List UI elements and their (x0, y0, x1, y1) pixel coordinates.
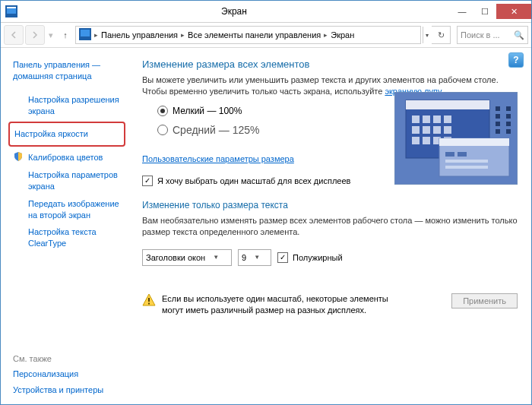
svg-rect-20 (496, 106, 500, 111)
sidebar-item-label: Передать изображение на второй экран (28, 196, 121, 223)
svg-rect-24 (506, 106, 511, 111)
forward-button[interactable] (25, 25, 45, 45)
search-input[interactable]: Поиск в ... 🔍 (457, 26, 528, 44)
svg-rect-17 (423, 137, 430, 144)
checkbox-icon (142, 176, 153, 186)
svg-rect-30 (445, 152, 454, 157)
description-2: Вам необязательно изменять размер всех э… (142, 215, 518, 239)
sidebar-item-resolution[interactable]: Настройка разрешения экрана (13, 92, 121, 119)
title-bar: Экран — ☐ ✕ (1, 1, 531, 23)
see-also-header: См. также (13, 354, 121, 363)
svg-rect-32 (445, 160, 488, 163)
radio-icon (157, 125, 168, 135)
main-content: ? Изменение размера всех элементов Вы мо… (128, 48, 531, 404)
svg-rect-35 (148, 302, 150, 304)
svg-rect-16 (412, 137, 420, 144)
shield-icon (13, 151, 24, 163)
select-size-value: 9 (242, 253, 246, 262)
body: Панель управления — домашняя страница На… (1, 48, 531, 404)
refresh-button[interactable]: ↻ (432, 26, 451, 44)
search-icon: 🔍 (514, 30, 524, 40)
radio-icon (157, 106, 168, 116)
app-icon (5, 5, 17, 17)
up-button[interactable]: ↑ (59, 30, 72, 40)
svg-rect-34 (148, 298, 150, 302)
sidebar-item-label: Калибровка цветов (28, 150, 103, 166)
control-panel-icon (79, 28, 91, 42)
chevron-down-icon: ▼ (254, 254, 260, 261)
checkbox-bold[interactable]: Полужирный (277, 252, 343, 263)
svg-rect-21 (496, 114, 500, 119)
radio-medium-label: Средний — 125% (173, 124, 260, 136)
search-placeholder: Поиск в ... (461, 30, 500, 40)
minimize-button[interactable]: — (451, 4, 473, 19)
sidebar-home-link[interactable]: Панель управления — домашняя страница (13, 57, 121, 84)
sidebar: Панель управления — домашняя страница На… (1, 48, 128, 404)
see-also: См. также Персонализация Устройства и пр… (13, 345, 121, 398)
sidebar-item-brightness-highlight: Настройка яркости (8, 122, 125, 147)
svg-rect-31 (458, 152, 467, 157)
sidebar-item-project[interactable]: Передать изображение на второй экран (13, 196, 121, 223)
svg-rect-8 (412, 115, 420, 123)
svg-rect-22 (496, 122, 500, 126)
svg-rect-33 (445, 166, 488, 169)
select-element-value: Заголовки окон (146, 253, 205, 262)
sidebar-item-cleartype[interactable]: Настройка текста ClearType (13, 224, 121, 252)
custom-size-link[interactable]: Пользовательские параметры размера (142, 154, 294, 163)
display-illustration (394, 92, 518, 185)
breadcrumb-2[interactable]: Все элементы панели управления (188, 30, 321, 40)
sidebar-item-label: Настройка разрешения экрана (28, 92, 121, 119)
checkbox-bold-label: Полужирный (293, 253, 343, 262)
svg-rect-4 (81, 30, 90, 36)
apply-button[interactable]: Применить (451, 293, 518, 308)
see-also-devices[interactable]: Устройства и принтеры (13, 382, 121, 398)
help-button[interactable]: ? (508, 52, 524, 68)
text-size-controls: Заголовки окон ▼ 9 ▼ Полужирный (142, 249, 518, 266)
svg-rect-10 (433, 115, 441, 123)
checkbox-same-scale-label: Я хочу выбрать один масштаб для всех дис… (157, 176, 350, 185)
nav-bar: ▾ ↑ ▸ Панель управления ▸ Все элементы п… (1, 23, 531, 48)
select-element[interactable]: Заголовки окон ▼ (142, 249, 232, 266)
svg-rect-2 (7, 7, 16, 8)
svg-rect-9 (423, 115, 430, 123)
address-bar[interactable]: ▸ Панель управления ▸ Все элементы панел… (75, 26, 421, 44)
radio-small-label: Мелкий — 100% (173, 106, 242, 116)
sidebar-item-label: Настройка текста ClearType (28, 224, 121, 252)
breadcrumb-3[interactable]: Экран (331, 30, 354, 40)
maximize-button[interactable]: ☐ (473, 4, 496, 19)
sidebar-item-calibration[interactable]: Калибровка цветов (13, 150, 121, 166)
svg-rect-29 (439, 138, 509, 146)
svg-rect-12 (412, 126, 420, 134)
svg-rect-14 (433, 126, 441, 134)
warning-icon (142, 293, 156, 307)
svg-rect-13 (423, 126, 430, 134)
address-dropdown[interactable]: ▾ (423, 27, 430, 43)
chevron-right-icon: ▸ (94, 31, 98, 39)
heading-resize-all: Изменение размера всех элементов (142, 59, 518, 70)
close-button[interactable]: ✕ (496, 4, 531, 19)
heading-text-only: Изменение только размера текста (142, 200, 518, 210)
svg-rect-25 (506, 114, 511, 119)
checkbox-icon (277, 252, 288, 263)
svg-rect-7 (406, 100, 489, 109)
back-button[interactable] (4, 25, 24, 45)
window-title: Экран (17, 6, 451, 17)
chevron-right-icon: ▸ (181, 31, 185, 39)
warning-text: Если вы используете один масштаб, некото… (162, 293, 390, 317)
history-dropdown[interactable]: ▾ (46, 26, 55, 44)
select-size[interactable]: 9 ▼ (238, 249, 271, 266)
window-root: Экран — ☐ ✕ ▾ ↑ ▸ Панель управления ▸ Вс… (0, 0, 532, 405)
svg-rect-15 (444, 126, 451, 134)
svg-rect-27 (506, 129, 511, 134)
warning-row: Если вы используете один масштаб, некото… (142, 293, 518, 317)
chevron-right-icon: ▸ (324, 31, 328, 39)
chevron-down-icon: ▼ (213, 254, 219, 261)
svg-rect-26 (506, 122, 511, 126)
sidebar-item-brightness[interactable]: Настройка яркости (14, 126, 119, 142)
breadcrumb-1[interactable]: Панель управления (101, 30, 178, 40)
window-controls: — ☐ ✕ (451, 4, 531, 19)
sidebar-item-label: Настройка параметров экрана (28, 167, 121, 195)
sidebar-item-display-settings[interactable]: Настройка параметров экрана (13, 167, 121, 195)
svg-rect-23 (496, 129, 500, 134)
see-also-personalization[interactable]: Персонализация (13, 366, 121, 382)
